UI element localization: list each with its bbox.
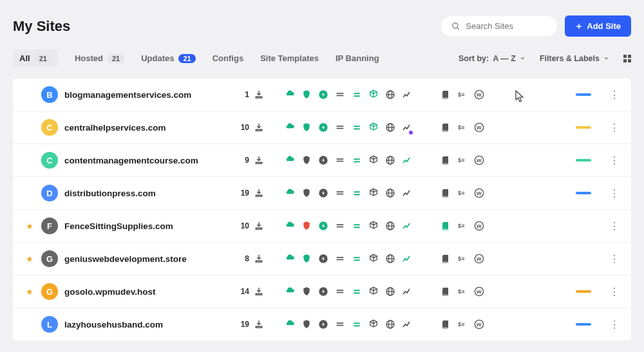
wordpress-icon[interactable]: W <box>474 319 484 329</box>
bars-icon[interactable] <box>335 254 345 264</box>
doc-icon[interactable] <box>440 89 451 100</box>
updates-count[interactable]: 1 <box>232 89 264 100</box>
cube-icon[interactable] <box>368 221 379 231</box>
row-menu[interactable]: ⋮ <box>609 286 618 298</box>
row-menu[interactable]: ⋮ <box>609 253 618 265</box>
doc-icon[interactable] <box>440 155 451 165</box>
bars-icon[interactable] <box>335 319 345 329</box>
doc-icon[interactable] <box>440 254 451 264</box>
cloud-icon[interactable] <box>285 221 295 231</box>
star-icon[interactable]: ★ <box>26 254 35 264</box>
money-icon[interactable]: $≡ <box>457 319 468 329</box>
add-site-button[interactable]: Add Site <box>565 15 631 37</box>
cube-icon[interactable] <box>368 286 379 297</box>
bolt-icon[interactable] <box>318 89 328 100</box>
equals-icon[interactable] <box>352 122 362 133</box>
equals-icon[interactable] <box>352 155 362 165</box>
updates-count[interactable]: 19 <box>232 319 264 329</box>
tab-configs[interactable]: Configs <box>213 53 243 63</box>
globe-icon[interactable] <box>385 188 395 198</box>
chart-icon[interactable] <box>402 188 412 198</box>
sort-control[interactable]: Sort by: A — Z <box>459 54 526 63</box>
equals-icon[interactable] <box>352 254 362 264</box>
globe-icon[interactable] <box>385 155 395 165</box>
bolt-icon[interactable] <box>318 286 328 297</box>
row-menu[interactable]: ⋮ <box>609 220 618 232</box>
cloud-icon[interactable] <box>285 319 295 329</box>
shield-icon[interactable] <box>301 89 312 100</box>
doc-icon[interactable] <box>440 122 451 133</box>
equals-icon[interactable] <box>352 89 362 100</box>
shield-icon[interactable] <box>301 155 312 165</box>
wordpress-icon[interactable]: W <box>474 254 484 264</box>
cube-icon[interactable] <box>368 89 379 100</box>
globe-icon[interactable] <box>385 319 395 329</box>
search-box[interactable] <box>441 16 557 36</box>
doc-icon[interactable] <box>440 221 451 231</box>
chart-icon[interactable] <box>402 254 412 264</box>
money-icon[interactable]: $≡ <box>457 221 468 231</box>
doc-icon[interactable] <box>440 319 451 329</box>
row-menu[interactable]: ⋮ <box>609 187 618 199</box>
row-menu[interactable]: ⋮ <box>609 319 618 331</box>
chart-icon[interactable] <box>402 221 412 231</box>
bars-icon[interactable] <box>335 122 345 133</box>
chart-icon[interactable] <box>402 89 412 100</box>
site-name[interactable]: lazyhousehusband.com <box>64 320 225 329</box>
tab-site-templates[interactable]: Site Templates <box>260 53 319 63</box>
wordpress-icon[interactable]: W <box>474 155 484 165</box>
bolt-icon[interactable] <box>318 188 328 198</box>
bolt-icon[interactable] <box>318 254 328 264</box>
doc-icon[interactable] <box>440 286 451 297</box>
cube-icon[interactable] <box>368 122 379 133</box>
site-name[interactable]: contentmanagementcourse.com <box>64 156 225 165</box>
bolt-icon[interactable] <box>318 319 328 329</box>
globe-icon[interactable] <box>385 286 395 297</box>
bolt-icon[interactable] <box>318 155 328 165</box>
site-name[interactable]: gosolo.wpmudev.host <box>64 287 225 297</box>
money-icon[interactable]: $≡ <box>457 155 468 165</box>
shield-icon[interactable] <box>301 221 312 231</box>
row-menu[interactable]: ⋮ <box>609 154 618 167</box>
cube-icon[interactable] <box>368 254 379 264</box>
cloud-icon[interactable] <box>285 155 295 165</box>
star-icon[interactable]: ★ <box>26 221 35 231</box>
bolt-icon[interactable] <box>318 122 328 133</box>
chart-icon[interactable] <box>402 286 412 297</box>
row-menu[interactable]: ⋮ <box>609 122 618 134</box>
money-icon[interactable]: $≡ <box>457 254 468 264</box>
wordpress-icon[interactable]: W <box>474 122 484 133</box>
bars-icon[interactable] <box>335 286 345 297</box>
chart-icon[interactable] <box>402 319 412 329</box>
cloud-icon[interactable] <box>285 89 295 100</box>
cloud-icon[interactable] <box>285 122 295 133</box>
wordpress-icon[interactable]: W <box>474 89 484 100</box>
bars-icon[interactable] <box>335 155 345 165</box>
equals-icon[interactable] <box>352 188 362 198</box>
cube-icon[interactable] <box>368 155 379 165</box>
equals-icon[interactable] <box>352 319 362 329</box>
shield-icon[interactable] <box>301 122 312 133</box>
shield-icon[interactable] <box>301 286 312 297</box>
equals-icon[interactable] <box>352 221 362 231</box>
shield-icon[interactable] <box>301 319 312 329</box>
cube-icon[interactable] <box>368 188 379 198</box>
grid-view-toggle[interactable] <box>623 55 631 62</box>
search-input[interactable] <box>466 21 547 31</box>
wordpress-icon[interactable]: W <box>474 188 484 198</box>
tab-all[interactable]: All21 <box>13 50 58 67</box>
wordpress-icon[interactable]: W <box>474 286 484 297</box>
globe-icon[interactable] <box>385 254 395 264</box>
money-icon[interactable]: $≡ <box>457 188 468 198</box>
money-icon[interactable]: $≡ <box>457 122 468 133</box>
cloud-icon[interactable] <box>285 286 295 297</box>
tab-ip-banning[interactable]: IP Banning <box>336 53 379 63</box>
bolt-icon[interactable] <box>318 221 328 231</box>
shield-icon[interactable] <box>301 188 312 198</box>
updates-count[interactable]: 9 <box>232 155 264 165</box>
updates-count[interactable]: 14 <box>232 286 264 297</box>
equals-icon[interactable] <box>352 286 362 297</box>
filters-control[interactable]: Filters & Labels <box>540 54 609 63</box>
updates-count[interactable]: 8 <box>232 254 264 264</box>
shield-icon[interactable] <box>301 254 312 264</box>
